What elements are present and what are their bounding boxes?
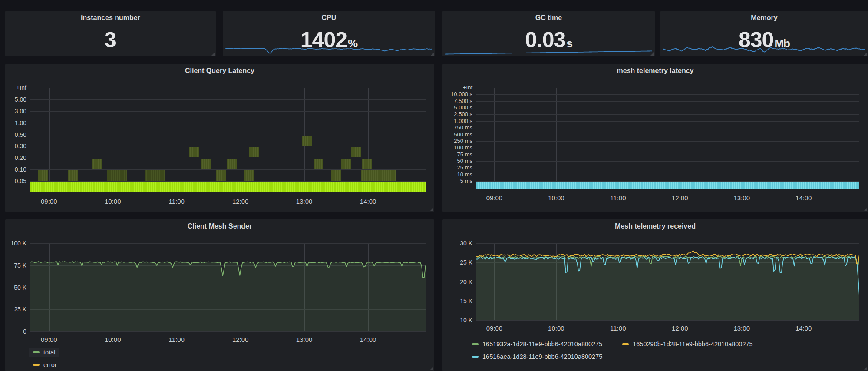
series-canvas [30,243,426,331]
heatmap-bottom-bucket-bar [476,182,859,189]
legend-label: error [43,361,57,368]
y-axis-label: +Inf [463,84,472,91]
stat-unit: s [566,37,572,50]
stat-value: 830Mb [660,26,868,53]
x-axis-label: 11:00 [605,194,631,202]
grid-line-horizontal [30,146,426,146]
resize-handle-icon[interactable] [864,367,867,370]
stat-value: 3 [5,26,216,53]
y-axis-label: 10.000 s [451,91,472,97]
y-axis-label: 25 ms [457,164,472,171]
y-axis-label: 75 ms [457,151,472,158]
legend-item[interactable]: 1651932a-1d28-11e9-bbb6-42010a800275 [468,339,607,349]
stat-value: 1402% [223,26,435,53]
panel-title[interactable]: instances number [5,14,216,22]
x-axis-label: 13:00 [729,325,755,332]
heatmap-cell [302,136,312,146]
legend-item[interactable]: 1650290b-1d28-11e9-bbb6-42010a800275 [618,339,757,349]
x-axis-label: 12:00 [228,336,254,343]
stat-value: 0.03s [442,26,655,53]
x-axis-label: 11:00 [164,198,190,205]
grid-line-horizontal [30,99,426,100]
legend-row: 16516aea-1d28-11e9-bbb6-42010a800275 [468,350,757,363]
x-axis-label: 14:00 [791,194,817,202]
grid-line-horizontal [476,108,859,108]
stat-number: 1402 [300,28,347,52]
heatmap-cell [92,159,102,169]
panel-title[interactable]: CPU [223,14,435,22]
panel-title[interactable]: Client Query Latency [5,67,434,75]
panel-title[interactable]: Mesh telemetry received [442,222,868,230]
x-axis-label: 13:00 [291,198,317,205]
y-axis-label: 250 ms [454,138,472,144]
stat-panel-gc-time: GC time 0.03s [442,11,655,56]
panel-title[interactable]: Client Mesh Sender [5,222,434,230]
x-axis-label: 14:00 [355,198,381,205]
panel-title[interactable]: Memory [660,14,868,22]
legend-series-color-icon [33,351,40,353]
x-axis-label: 14:00 [355,336,381,343]
legend-series-color-icon [472,343,479,345]
y-axis-label: 15 K [460,298,472,305]
panel-title[interactable]: GC time [442,14,655,22]
legend: 1651932a-1d28-11e9-bbb6-42010a8002751650… [468,338,757,363]
stat-panel-memory: Memory 830Mb [660,11,868,56]
grid-line-horizontal [476,135,859,135]
x-axis-label: 09:00 [36,198,62,205]
y-axis-label: 75 K [14,262,26,269]
x-axis-label: 10:00 [100,336,126,343]
grid-line-horizontal [30,331,426,332]
series-canvas [476,243,859,320]
grid-line-horizontal [476,175,859,175]
grid-line-horizontal [476,114,859,115]
x-axis-label: 13:00 [291,336,317,343]
y-axis-label: 2.500 s [454,111,472,117]
legend-series-color-icon [472,356,479,358]
heatmap-cell [189,147,199,157]
y-axis-label: 30 K [460,240,472,247]
y-axis-label: 100 ms [454,144,472,151]
y-axis-label: +Inf [16,84,26,91]
legend-series-color-icon [33,364,40,366]
y-axis-label: 25 K [14,306,26,313]
x-axis-label: 11:00 [164,336,190,343]
y-axis-label: 0.05 [15,178,26,185]
grid-line-horizontal [476,101,859,102]
x-axis-label: 09:00 [36,336,62,343]
resize-handle-icon[interactable] [864,208,867,211]
y-axis-label: 1.00 [15,119,26,126]
legend-item[interactable]: error [29,360,61,370]
y-axis-label: 0.50 [15,131,26,138]
grafana-dashboard: instances number 3 CPU 1402% GC time 0.0… [0,0,868,371]
grid-line-horizontal [476,121,859,122]
grid-line-horizontal [476,128,859,128]
legend-item[interactable]: total [29,348,59,357]
legend-series-color-icon [622,343,629,345]
x-axis-label: 14:00 [791,325,817,332]
heatmap-cell [314,159,323,169]
y-axis-label: 10 K [460,317,472,324]
grid-line-horizontal [30,111,426,112]
legend: totalerror [29,346,61,371]
grid-line-horizontal [476,181,859,182]
x-axis-label: 12:00 [667,325,693,332]
y-axis-label: 0.20 [15,154,26,161]
legend-row: total [29,346,61,358]
resize-handle-icon[interactable] [430,367,433,370]
x-axis-label: 12:00 [667,194,693,202]
grid-line-horizontal [476,141,859,142]
legend-item[interactable]: 16516aea-1d28-11e9-bbb6-42010a800275 [468,352,607,361]
grid-line-horizontal [476,320,859,321]
legend-row: 1651932a-1d28-11e9-bbb6-42010a8002751650… [468,338,757,350]
y-axis-label: 750 ms [454,124,472,131]
grid-line-horizontal [476,168,859,168]
grid-line-horizontal [476,161,859,162]
resize-handle-icon[interactable] [430,208,433,211]
panel-title[interactable]: mesh telemetry latency [442,67,868,75]
x-axis-label: 13:00 [729,194,755,202]
y-axis-label: 0 [23,328,26,335]
x-axis-label: 10:00 [543,325,569,332]
legend-label: 16516aea-1d28-11e9-bbb6-42010a800275 [482,353,602,360]
y-axis-label: 500 ms [454,131,472,138]
heatmap-cell [38,170,48,181]
